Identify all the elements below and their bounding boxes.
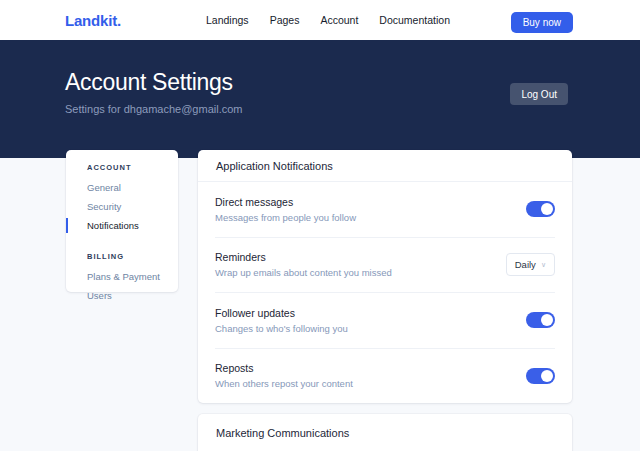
row-description: Changes to who's following you (215, 323, 348, 334)
toggle-knob (541, 203, 553, 215)
hero-banner: Account Settings Settings for dhgamache@… (0, 40, 640, 158)
sidebar-section-account: ACCOUNT (66, 163, 178, 172)
logout-button[interactable]: Log Out (510, 83, 568, 105)
nav-links: Landings Pages Account Documentation (206, 14, 450, 26)
sidebar-divider (66, 238, 178, 252)
row-title: Direct messages (215, 196, 356, 208)
reminders-frequency-select[interactable]: Daily ∨ (506, 253, 555, 276)
row-text: Reposts When others repost your content (215, 362, 353, 389)
toggle-knob (541, 370, 553, 382)
application-notifications-card: Application Notifications Direct message… (198, 150, 572, 403)
page-subtitle: Settings for dhgamache@gmail.com (65, 103, 242, 115)
row-description: When others repost your content (215, 378, 353, 389)
nav-link-account[interactable]: Account (320, 14, 358, 26)
sidebar-item-general[interactable]: General (66, 181, 178, 194)
nav-link-documentation[interactable]: Documentation (379, 14, 450, 26)
page-title: Account Settings (65, 69, 233, 96)
row-reminders: Reminders Wrap up emails about content y… (215, 237, 555, 293)
follower-updates-toggle[interactable] (526, 312, 555, 328)
sidebar-item-security[interactable]: Security (66, 200, 178, 213)
sidebar-item-notifications[interactable]: Notifications (66, 219, 178, 232)
direct-messages-toggle[interactable] (526, 201, 555, 217)
row-reposts: Reposts When others repost your content (215, 348, 555, 404)
settings-sidebar: ACCOUNT General Security Notifications B… (66, 150, 178, 292)
row-direct-messages: Direct messages Messages from people you… (215, 182, 555, 237)
select-value: Daily (515, 259, 536, 270)
row-description: Messages from people you follow (215, 212, 356, 223)
navbar: Landkit. Landings Pages Account Document… (0, 0, 640, 40)
row-title: Follower updates (215, 307, 348, 319)
logo[interactable]: Landkit. (65, 12, 121, 29)
chevron-down-icon: ∨ (541, 261, 546, 268)
nav-link-landings[interactable]: Landings (206, 14, 249, 26)
buy-now-button[interactable]: Buy now (511, 12, 573, 33)
reposts-toggle[interactable] (526, 368, 555, 384)
row-description: Wrap up emails about content you missed (215, 267, 392, 278)
row-follower-updates: Follower updates Changes to who's follow… (215, 292, 555, 348)
nav-link-pages[interactable]: Pages (270, 14, 300, 26)
marketing-communications-card: Marketing Communications (198, 414, 572, 451)
sidebar-section-billing: BILLING (66, 252, 178, 261)
row-title: Reminders (215, 251, 392, 263)
card-title: Marketing Communications (216, 427, 554, 439)
row-text: Reminders Wrap up emails about content y… (215, 251, 392, 278)
row-text: Direct messages Messages from people you… (215, 196, 356, 223)
page: Landkit. Landings Pages Account Document… (0, 0, 640, 451)
sidebar-item-users[interactable]: Users (66, 289, 178, 302)
row-title: Reposts (215, 362, 353, 374)
card-title: Application Notifications (198, 150, 572, 182)
toggle-knob (541, 314, 553, 326)
row-text: Follower updates Changes to who's follow… (215, 307, 348, 334)
notification-rows: Direct messages Messages from people you… (198, 182, 572, 403)
sidebar-item-plans-payment[interactable]: Plans & Payment (66, 270, 178, 283)
